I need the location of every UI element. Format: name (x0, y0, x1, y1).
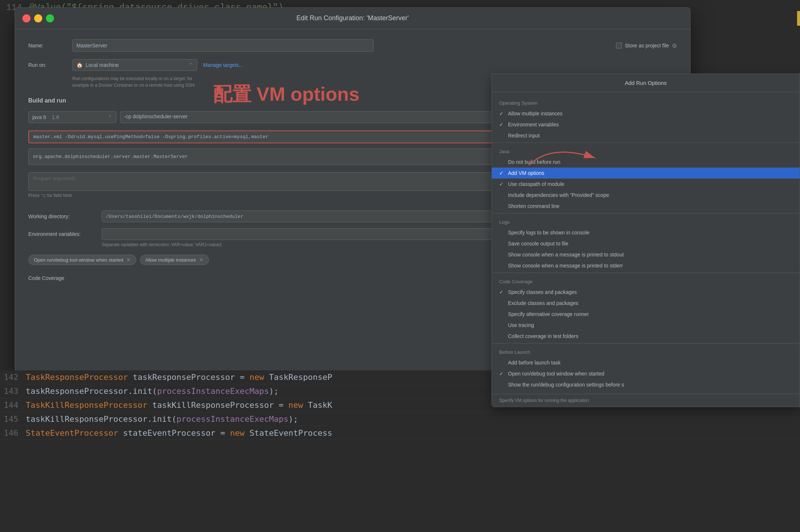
manage-targets-link[interactable]: Manage targets... (203, 62, 243, 68)
add-run-options-panel: Add Run Options Operating System ✓ Allow… (491, 73, 800, 407)
panel-section-coverage: Code Coverage (492, 274, 800, 287)
panel-item-shorten-cmd[interactable]: Shorten command line (492, 201, 800, 212)
tag1-label: Open run/debug tool window when started (34, 257, 123, 263)
check-shorten-icon (499, 203, 508, 209)
panel-divider-2 (492, 213, 800, 213)
check-before-launch-icon (499, 360, 508, 366)
panel-body: Operating System ✓ Allow multiple instan… (492, 92, 800, 394)
run-on-label: Run on: (28, 62, 72, 68)
panel-item-add-before-label: Add before launch task (508, 360, 561, 366)
scroll-marker (797, 11, 800, 26)
check-settings-icon (499, 382, 508, 388)
traffic-lights (22, 14, 54, 22)
env-vars-label: Environment variables: (28, 231, 102, 237)
tag-open-tool-window[interactable]: Open run/debug tool window when started … (28, 255, 136, 265)
panel-item-shorten-label: Shorten command line (508, 203, 559, 209)
check-allow-multiple-icon: ✓ (499, 111, 508, 116)
hint-line2: example in a Docker Container or on a re… (72, 83, 196, 88)
panel-item-no-build-label: Do not build before run (508, 159, 560, 165)
panel-item-add-vm-label: Add VM options (508, 170, 544, 176)
panel-section-java: Java (492, 144, 800, 157)
panel-item-no-build[interactable]: Do not build before run (492, 157, 800, 168)
panel-item-collect-coverage[interactable]: Collect coverage in test folders (492, 331, 800, 342)
panel-item-use-classpath-label: Use classpath of module (508, 181, 564, 187)
check-redirect-icon (499, 133, 508, 139)
tag2-label: Allow multiple instances (145, 257, 196, 263)
panel-divider-1 (492, 143, 800, 143)
check-collect-icon (499, 333, 508, 339)
local-machine-text: Local machine (86, 62, 119, 68)
run-on-dropdown[interactable]: 🏠 Local machine ⌃ (72, 59, 197, 71)
panel-item-save-console-label: Save console output to file (508, 241, 568, 247)
check-deps-icon (499, 192, 508, 198)
panel-item-use-tracing[interactable]: Use tracing (492, 320, 800, 331)
tag1-close-icon[interactable]: ✕ (126, 257, 131, 263)
check-no-build-icon (499, 159, 508, 165)
panel-item-allow-multiple[interactable]: ✓ Allow multiple instances (492, 108, 800, 119)
panel-item-collect-label: Collect coverage in test folders (508, 333, 578, 339)
panel-section-os: Operating System (492, 96, 800, 108)
check-add-vm-icon: ✓ (499, 170, 508, 176)
panel-item-specify-logs[interactable]: Specify logs to be shown in console (492, 227, 800, 238)
check-exclude-icon (499, 300, 508, 306)
name-input[interactable] (72, 39, 374, 52)
tag-allow-multiple[interactable]: Allow multiple instances ✕ (140, 255, 209, 265)
tag2-close-icon[interactable]: ✕ (199, 257, 203, 263)
panel-item-open-tool-label: Open run/debug tool window when started (508, 371, 604, 377)
panel-item-show-stderr-label: Show console when a message is printed t… (508, 263, 623, 269)
dialog-titlebar: Edit Run Configuration: 'MasterServer' (15, 8, 690, 29)
home-icon: 🏠 (76, 62, 83, 68)
store-checkbox-area: Store as project file ⚙ (616, 42, 677, 49)
hint-line1: Run configurations may be executed local… (72, 76, 192, 81)
java-label: java 8 (32, 114, 46, 120)
check-stderr-icon (499, 263, 508, 269)
java-dropdown-arrow-icon: ⌃ (108, 114, 112, 120)
maximize-button[interactable] (46, 14, 54, 22)
store-checkbox[interactable] (616, 43, 622, 48)
check-alt-runner-icon (499, 311, 508, 317)
panel-item-env-vars[interactable]: ✓ Environment variables (492, 119, 800, 130)
check-specify-logs-icon (499, 230, 508, 236)
bottom-line-146: 146 StateEventProcessor stateEventProces… (0, 426, 800, 440)
dialog-title: Edit Run Configuration: 'MasterServer' (296, 14, 409, 22)
panel-item-alt-runner[interactable]: Specify alternative coverage runner (492, 309, 800, 320)
panel-divider-3 (492, 273, 800, 273)
panel-item-use-classpath[interactable]: ✓ Use classpath of module (492, 179, 800, 190)
minimize-button[interactable] (34, 14, 42, 22)
panel-item-specify-classes-label: Specify classes and packages (508, 289, 577, 295)
panel-item-exclude-label: Exclude classes and packages (508, 300, 578, 306)
panel-divider-4 (492, 343, 800, 344)
java-dropdown[interactable]: java 8 1.8 ⌃ (28, 111, 116, 123)
name-row: Name: Store as project file ⚙ (28, 39, 677, 52)
working-dir-label: Working directory: (28, 213, 102, 219)
press-hint: Press ⌥ for field hints (28, 193, 72, 198)
close-button[interactable] (22, 14, 30, 22)
program-args-placeholder: Program arguments (33, 176, 75, 181)
panel-item-specify-classes[interactable]: ✓ Specify classes and packages (492, 287, 800, 298)
panel-item-open-tool-window[interactable]: ✓ Open run/debug tool window when starte… (492, 368, 800, 379)
panel-item-show-stdout[interactable]: Show console when a message is printed t… (492, 249, 800, 260)
check-classes-icon: ✓ (499, 289, 508, 295)
panel-item-show-stdout-label: Show console when a message is printed t… (508, 252, 624, 258)
panel-item-show-settings[interactable]: Show the run/debug configuration setting… (492, 379, 800, 390)
gear-icon[interactable]: ⚙ (672, 42, 677, 49)
run-on-row: Run on: 🏠 Local machine ⌃ Manage targets… (28, 59, 677, 71)
java-version: 1.8 (52, 114, 59, 120)
panel-section-before-launch: Before Launch (492, 345, 800, 357)
check-env-vars-icon: ✓ (499, 122, 508, 127)
panel-item-show-stderr[interactable]: Show console when a message is printed t… (492, 260, 800, 271)
panel-item-add-vm[interactable]: ✓ Add VM options (492, 168, 800, 179)
panel-item-redirect-input[interactable]: Redirect input (492, 130, 800, 141)
panel-item-redirect-label: Redirect input (508, 133, 540, 139)
store-label: Store as project file (625, 43, 669, 48)
check-stdout-icon (499, 252, 508, 258)
panel-item-save-console[interactable]: Save console output to file (492, 238, 800, 249)
check-tracing-icon (499, 322, 508, 328)
panel-item-exclude-classes[interactable]: Exclude classes and packages (492, 298, 800, 309)
panel-item-use-tracing-label: Use tracing (508, 322, 534, 328)
panel-footer: Specify VM options for running the appli… (492, 394, 800, 407)
panel-item-include-deps[interactable]: Include dependencies with "Provided" sco… (492, 190, 800, 201)
panel-item-add-before-launch[interactable]: Add before launch task (492, 357, 800, 368)
check-classpath-icon: ✓ (499, 181, 508, 187)
panel-item-env-vars-label: Environment variables (508, 122, 559, 127)
